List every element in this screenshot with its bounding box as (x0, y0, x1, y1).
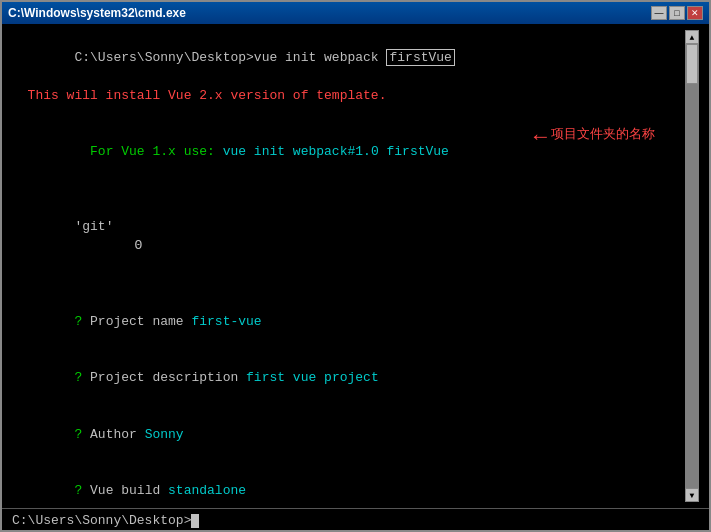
window-controls: — □ ✕ (651, 6, 703, 20)
line-q2: ? Project description first vue project (12, 350, 685, 407)
line-cmd1: C:\Users\Sonny\Desktop>vue init webpack … (12, 30, 685, 87)
scroll-down-button[interactable]: ▼ (685, 488, 699, 502)
scrollbar[interactable]: ▲ ▼ (685, 30, 699, 502)
title-bar: C:\Windows\system32\cmd.exe — □ ✕ (2, 2, 709, 24)
maximize-button[interactable]: □ (669, 6, 685, 20)
minimize-button[interactable]: — (651, 6, 667, 20)
terminal-content: C:\Users\Sonny\Desktop>vue init webpack … (12, 30, 685, 502)
scrollbar-thumb[interactable] (686, 44, 698, 84)
window-title: C:\Windows\system32\cmd.exe (8, 6, 186, 20)
line-blank2 (12, 181, 685, 200)
scroll-up-button[interactable]: ▲ (685, 30, 699, 44)
prompt1: C:\Users\Sonny\Desktop>vue init webpack (74, 50, 386, 65)
line-blank3 (12, 275, 685, 294)
cursor (191, 514, 199, 528)
line-q4: ? Vue build standalone (12, 463, 685, 502)
line-blank1 (12, 105, 685, 124)
cmd-window: C:\Windows\system32\cmd.exe — □ ✕ C:\Use… (0, 0, 711, 532)
line-q3: ? Author Sonny (12, 407, 685, 464)
bottom-prompt: C:\Users\Sonny\Desktop> (12, 513, 199, 528)
line-warn1: This will install Vue 2.x version of tem… (12, 87, 685, 106)
annotation-text: 项目文件夹的名称 (551, 125, 655, 143)
scrollbar-track[interactable] (685, 44, 699, 488)
line-q1: ? Project name first-vue (12, 294, 685, 351)
line-git: 'git' Θ (12, 200, 685, 275)
annotation: ← 项目文件夹的名称 (534, 125, 655, 149)
annotation-arrow: ← (534, 127, 547, 149)
prompt-text: C:\Users\Sonny\Desktop> (12, 513, 191, 528)
bottom-bar: C:\Users\Sonny\Desktop> (2, 508, 709, 530)
close-button[interactable]: ✕ (687, 6, 703, 20)
firstVue-highlight: firstVue (386, 49, 454, 66)
terminal-body: C:\Users\Sonny\Desktop>vue init webpack … (2, 24, 709, 508)
